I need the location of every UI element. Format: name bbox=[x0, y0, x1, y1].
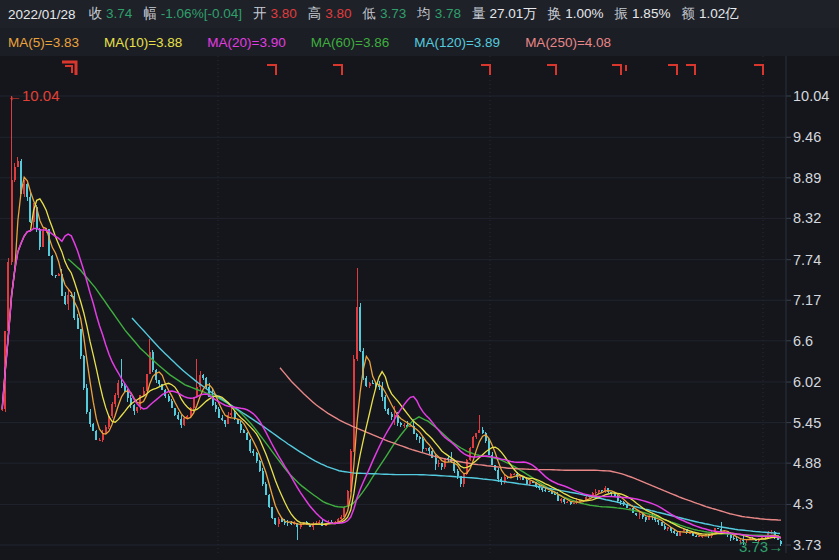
quote-field-label: 振 bbox=[615, 6, 629, 21]
flag-icon bbox=[267, 65, 276, 75]
quote-field-label: 换 bbox=[548, 6, 562, 21]
quote-field: 换1.00% bbox=[548, 6, 604, 21]
quote-field-label: 收 bbox=[89, 6, 103, 21]
ma-legend-item: MA(5)=3.83 bbox=[8, 35, 79, 50]
ma-line-ma5 bbox=[2, 177, 781, 540]
flag-icon bbox=[481, 65, 490, 75]
quote-field: 幅-1.06%[-0.04] bbox=[143, 6, 242, 21]
quote-field-label: 高 bbox=[308, 6, 322, 21]
y-axis-label: 3.73 bbox=[793, 537, 821, 553]
quote-field-value: -1.06%[-0.04] bbox=[161, 6, 242, 21]
quote-field: 高3.80 bbox=[308, 6, 352, 21]
chart-area[interactable]: 10.049.468.898.327.747.176.66.025.454.88… bbox=[0, 56, 839, 560]
quote-field: 低3.73 bbox=[362, 6, 406, 21]
high-price-annotation: ←10.04 bbox=[7, 87, 60, 104]
quote-field: 开3.80 bbox=[253, 6, 297, 21]
quote-field-label: 额 bbox=[681, 6, 695, 21]
y-axis-labels: 10.049.468.898.327.747.176.66.025.454.88… bbox=[793, 88, 829, 553]
quote-fields: 收3.74幅-1.06%[-0.04]开3.80高3.80低3.73均3.78量… bbox=[89, 5, 750, 23]
quote-field: 均3.78 bbox=[417, 6, 461, 21]
ma-legend-item: MA(10)=3.88 bbox=[104, 35, 182, 50]
quote-field-label: 均 bbox=[417, 6, 431, 21]
quote-field-label: 幅 bbox=[143, 6, 157, 21]
quote-field-value: 3.73 bbox=[380, 6, 406, 21]
quote-field-value: 3.74 bbox=[106, 6, 132, 21]
flag-icon bbox=[62, 62, 76, 75]
grid-lines bbox=[0, 56, 791, 553]
y-axis-label: 10.04 bbox=[793, 88, 829, 104]
y-axis-label: 5.45 bbox=[793, 415, 821, 431]
ma-legend-bar: MA(5)=3.83MA(10)=3.88MA(20)=3.90MA(60)=3… bbox=[0, 28, 839, 56]
quote-field-value: 27.01万 bbox=[490, 6, 537, 21]
quote-field: 额1.02亿 bbox=[681, 6, 738, 21]
flag-icon bbox=[754, 65, 763, 75]
y-axis-label: 7.17 bbox=[793, 292, 821, 308]
flag-icon bbox=[547, 65, 556, 75]
quote-field-label: 量 bbox=[472, 6, 486, 21]
ma-legend-item: MA(120)=3.89 bbox=[414, 35, 500, 50]
y-axis-label: 9.46 bbox=[793, 129, 821, 145]
quote-info-bar: 2022/01/28 收3.74幅-1.06%[-0.04]开3.80高3.80… bbox=[0, 0, 839, 28]
quote-field: 量27.01万 bbox=[472, 6, 537, 21]
y-axis-label: 4.88 bbox=[793, 455, 821, 471]
quote-field: 收3.74 bbox=[89, 6, 133, 21]
quote-field-label: 开 bbox=[253, 6, 267, 21]
event-flag-icons bbox=[62, 62, 763, 75]
flag-icon bbox=[333, 65, 342, 75]
ma-line-ma120 bbox=[132, 318, 780, 534]
quote-field: 振1.85% bbox=[615, 6, 671, 21]
y-axis-label: 8.89 bbox=[793, 170, 821, 186]
quote-field-value: 3.80 bbox=[325, 6, 351, 21]
quote-field-label: 低 bbox=[362, 6, 376, 21]
quote-field-value: 1.00% bbox=[565, 6, 603, 21]
flag-icon bbox=[686, 65, 695, 75]
y-axis-label: 8.32 bbox=[793, 210, 821, 226]
y-axis-label: 6.02 bbox=[793, 374, 821, 390]
quote-field-value: 3.80 bbox=[270, 6, 296, 21]
y-axis-label: 6.6 bbox=[793, 333, 813, 349]
flag-icon bbox=[612, 65, 621, 75]
low-price-annotation: 3.73→ bbox=[739, 538, 783, 555]
quote-field-value: 1.85% bbox=[632, 6, 670, 21]
ma-line-ma10 bbox=[2, 199, 781, 540]
quote-field-value: 3.78 bbox=[435, 6, 461, 21]
stock-chart-app: 2022/01/28 收3.74幅-1.06%[-0.04]开3.80高3.80… bbox=[0, 0, 839, 560]
quote-field-value: 1.02亿 bbox=[699, 6, 739, 21]
ma-legend-item: MA(20)=3.90 bbox=[207, 35, 285, 50]
y-axis-label: 7.74 bbox=[793, 252, 821, 268]
price-chart[interactable]: 10.049.468.898.327.747.176.66.025.454.88… bbox=[0, 56, 839, 560]
flag-icon bbox=[668, 65, 677, 75]
y-axis-label: 4.3 bbox=[793, 496, 813, 512]
flag-icon-inner bbox=[65, 66, 72, 73]
quote-date: 2022/01/28 bbox=[8, 7, 76, 22]
ma-legend-item: MA(250)=4.08 bbox=[525, 35, 611, 50]
ma-legend-item: MA(60)=3.86 bbox=[311, 35, 389, 50]
